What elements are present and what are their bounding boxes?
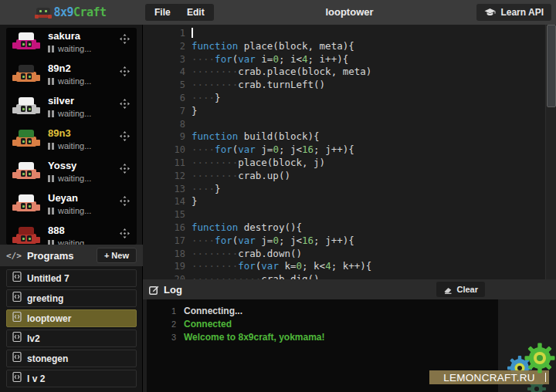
line-number: 18	[143, 248, 185, 261]
avatar-eye	[21, 106, 25, 112]
code-editor[interactable]: 12function place(block, meta){3····for(v…	[143, 25, 556, 279]
editor-scrollbar[interactable]	[545, 25, 556, 279]
code-line[interactable]: 17····for(var j=0; j<16; j++){	[143, 235, 556, 248]
avatar-head	[19, 194, 34, 202]
log-entry-number: 2	[147, 318, 176, 331]
code-line[interactable]: 3····for(var i=0; i<4; i++){	[143, 53, 556, 66]
edit-menu-button[interactable]: Edit	[178, 4, 214, 21]
code-line[interactable]: 14}	[143, 195, 556, 208]
code-line[interactable]: 11········place(block, j)	[143, 157, 556, 170]
player-name: sakura	[48, 30, 91, 42]
lemoncraft-watermark: LEMONCRAFT.RU	[429, 370, 549, 384]
program-item[interactable]: stonegen	[6, 350, 137, 367]
new-program-button[interactable]: + New	[97, 248, 137, 263]
code-line[interactable]: 15	[143, 208, 556, 221]
player-avatar-icon	[12, 32, 40, 52]
line-number: 20	[143, 273, 185, 279]
learn-api-label: Learn API	[500, 7, 544, 18]
move-crosshair-icon[interactable]	[120, 33, 131, 44]
player-row[interactable]: 888waiting...	[6, 222, 137, 245]
line-number: 10	[143, 144, 185, 157]
code-line[interactable]: 10····for(var j=0; j<16; j++){	[143, 144, 556, 157]
avatar-eye	[27, 106, 32, 112]
code-line[interactable]: 5········crab.turnLeft()	[143, 79, 556, 92]
avatar-eye	[21, 41, 25, 47]
code-line[interactable]: 1	[143, 27, 556, 40]
player-status: waiting...	[48, 141, 91, 150]
player-info: sakurawaiting...	[48, 30, 91, 60]
player-info: silverwaiting...	[48, 95, 91, 125]
player-status: waiting...	[48, 76, 91, 86]
player-avatar-icon	[12, 162, 40, 182]
move-crosshair-icon[interactable]	[120, 163, 131, 174]
player-name: silver	[48, 95, 91, 106]
player-row[interactable]: Ueyanwaiting...	[6, 190, 137, 222]
eraser-icon	[443, 286, 453, 294]
line-number: 2	[143, 40, 185, 53]
move-crosshair-icon[interactable]	[120, 130, 131, 141]
program-item[interactable]: greeting	[6, 289, 137, 307]
top-bar: 8x9Craft File Edit looptower Learn API	[0, 0, 556, 25]
log-entry: 2Connected	[147, 318, 498, 331]
log-entry-number: 1	[147, 305, 176, 318]
code-line[interactable]: 9function build(block){	[143, 130, 556, 144]
log-entry: 1Connecting...	[147, 305, 498, 318]
clear-log-button[interactable]: Clear	[436, 282, 485, 297]
player-avatar-icon	[12, 194, 40, 215]
code-line[interactable]: 12········crab.up()	[143, 170, 556, 183]
pause-icon	[48, 78, 54, 85]
player-status-text: waiting...	[58, 141, 91, 150]
file-menu-button[interactable]: File	[145, 4, 180, 21]
avatar-head	[19, 227, 34, 235]
player-name: 89n2	[48, 63, 91, 74]
player-status-text: waiting...	[58, 206, 91, 215]
player-list: sakurawaiting...89n2waiting...silverwait…	[6, 28, 137, 245]
player-row[interactable]: sakurawaiting...	[6, 28, 137, 60]
program-item[interactable]: looptower	[6, 309, 137, 327]
player-row[interactable]: silverwaiting...	[6, 93, 137, 125]
avatar-eye	[21, 138, 25, 144]
scrollbar-thumb[interactable]	[547, 25, 556, 107]
line-number: 12	[143, 170, 185, 183]
line-number: 7	[143, 105, 185, 118]
player-row[interactable]: Yossywaiting...	[6, 157, 137, 190]
avatar-body	[16, 201, 36, 211]
player-row[interactable]: 89n2waiting...	[6, 60, 137, 93]
code-line[interactable]: 18········crab.down()	[143, 248, 556, 261]
player-status-text: waiting...	[58, 44, 91, 53]
move-crosshair-icon[interactable]	[120, 98, 131, 109]
program-item[interactable]: l v 2	[6, 370, 137, 387]
code-line[interactable]: 16function destroy(){	[143, 221, 556, 235]
code-file-icon	[12, 351, 22, 366]
move-crosshair-icon[interactable]	[120, 228, 131, 238]
code-line[interactable]: 4········crab.place(block, meta)	[143, 66, 556, 79]
program-item[interactable]: Untitled 7	[6, 269, 137, 287]
player-info: 89n2waiting...	[48, 63, 91, 93]
code-line[interactable]: 7}	[143, 105, 556, 118]
player-status-text: waiting...	[58, 109, 91, 118]
move-crosshair-icon[interactable]	[120, 195, 131, 206]
learn-api-button[interactable]: Learn API	[476, 4, 551, 21]
code-file-icon	[12, 291, 22, 306]
code-line[interactable]: 2function place(block, meta){	[143, 40, 556, 53]
code-lines: 12function place(block, meta){3····for(v…	[143, 25, 556, 279]
code-line[interactable]: 6····}	[143, 92, 556, 105]
log-title: Log	[164, 284, 182, 296]
player-row[interactable]: 89n3waiting...	[6, 125, 137, 157]
player-name: Ueyan	[48, 192, 91, 204]
program-item[interactable]: lv2	[6, 329, 137, 347]
player-avatar-icon	[12, 65, 40, 85]
line-number: 16	[143, 221, 185, 235]
app-root: 8x9Craft File Edit looptower Learn API s…	[0, 0, 556, 392]
avatar-eye	[27, 73, 32, 79]
code-line[interactable]: 8	[143, 118, 556, 131]
avatar-head	[19, 32, 34, 40]
line-number: 11	[143, 157, 185, 170]
code-line[interactable]: 19········for(var k=0; k<4; k++){	[143, 260, 556, 273]
pause-icon	[48, 175, 54, 182]
avatar-eye	[27, 171, 32, 177]
move-crosshair-icon[interactable]	[120, 66, 131, 76]
code-line[interactable]: 13····}	[143, 183, 556, 196]
program-item-label: lv2	[27, 333, 40, 344]
code-line[interactable]: 20············crab.dig()	[143, 273, 556, 279]
